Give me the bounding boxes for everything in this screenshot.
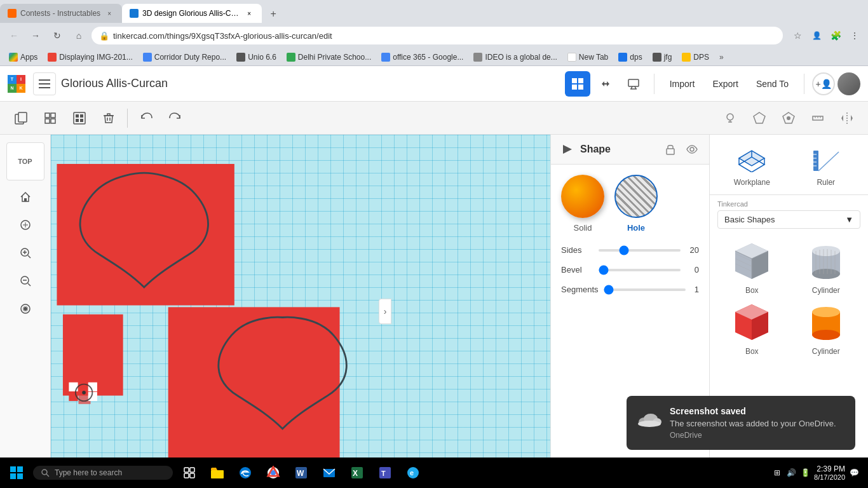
grid-view-button[interactable]: [565, 71, 590, 97]
view-tool-1[interactable]: [717, 105, 743, 132]
taskbar-edge[interactable]: [233, 460, 258, 485]
orange-cylinder-label: Cylinder: [812, 347, 840, 356]
hamburger-menu-button[interactable]: [33, 72, 56, 95]
redo-button[interactable]: [162, 105, 189, 132]
shape-item-red-box[interactable]: Box: [717, 300, 787, 356]
view-cube[interactable]: TOP: [6, 142, 44, 180]
taskbar-task-view[interactable]: [177, 460, 202, 485]
export-button[interactable]: Export: [705, 75, 745, 93]
add-user-button[interactable]: +👤: [812, 72, 835, 95]
sides-slider[interactable]: [599, 249, 681, 252]
box-label: Box: [745, 286, 759, 295]
tab-tinkercad[interactable]: 3D design Glorious Allis-Curcan ×: [122, 4, 262, 23]
address-input[interactable]: 🔒 tinkercad.com/things/9XgsqT3sfxA-glori…: [92, 27, 783, 44]
back-button[interactable]: ←: [5, 27, 23, 44]
taskbar-ie[interactable]: e: [400, 460, 426, 485]
svg-point-82: [812, 246, 840, 256]
bevel-slider[interactable]: [599, 269, 681, 271]
taskbar-word[interactable]: W: [288, 460, 314, 485]
undo-button[interactable]: [133, 105, 159, 132]
tab-close-tinkercad[interactable]: ×: [244, 8, 254, 18]
bookmark-apps[interactable]: Apps: [5, 51, 41, 63]
taskbar-chrome[interactable]: [261, 460, 286, 485]
sim-button[interactable]: [621, 71, 646, 97]
network-icon[interactable]: ⊞: [771, 466, 783, 479]
bookmark-jfg[interactable]: jfg: [649, 51, 676, 63]
volume-icon[interactable]: 🔊: [785, 466, 797, 479]
shape-item-orange-cylinder[interactable]: Cylinder: [792, 300, 861, 356]
tab-instructables[interactable]: Contests - Instructables ×: [0, 4, 122, 23]
delete-tool-button[interactable]: [95, 105, 122, 132]
code-icon: [599, 78, 612, 90]
start-button[interactable]: [3, 459, 31, 487]
bookmark-more[interactable]: »: [715, 51, 728, 63]
canvas-area[interactable]: Snap G... ›: [51, 135, 550, 488]
bookmark-dps-folder[interactable]: DPS: [678, 51, 713, 63]
bookmark-newtab[interactable]: New Tab: [564, 51, 612, 63]
forward-button[interactable]: →: [27, 27, 44, 44]
bookmark-unio-favicon: [236, 53, 245, 62]
notifications-icon[interactable]: 💬: [848, 466, 860, 479]
solid-shape-option[interactable]: Solid: [561, 175, 604, 233]
new-tab-button[interactable]: +: [264, 5, 282, 23]
redo-icon: [168, 111, 182, 125]
extension-icon[interactable]: 🧩: [827, 27, 844, 44]
taskbar-mail[interactable]: [316, 460, 342, 485]
bookmark-ideo[interactable]: IDEO is a global de...: [470, 51, 560, 63]
user-avatar[interactable]: [837, 72, 860, 95]
ruler-tool[interactable]: Ruler: [792, 142, 861, 187]
home-view-button[interactable]: [14, 186, 37, 208]
bookmark-unio[interactable]: Unio 6.6: [233, 51, 280, 63]
taskbar: Type here to search: [0, 458, 868, 488]
bookmark-corridor[interactable]: Corridor Duty Repo...: [139, 51, 230, 63]
taskbar-search[interactable]: Type here to search: [33, 466, 173, 480]
send-to-button[interactable]: Send To: [749, 75, 796, 93]
battery-icon[interactable]: 🔋: [799, 466, 811, 479]
shape-item-cylinder[interactable]: Cylinder: [792, 239, 861, 295]
import-button[interactable]: Import: [662, 75, 703, 93]
bookmark-gmail[interactable]: Displaying IMG-201...: [44, 51, 136, 63]
taskbar-file-explorer[interactable]: [205, 460, 230, 485]
refresh-button[interactable]: ↻: [48, 27, 66, 44]
bookmark-dps[interactable]: dps: [614, 51, 646, 63]
svg-rect-6: [578, 85, 583, 90]
view-tool-2[interactable]: [746, 105, 773, 132]
bevel-label: Bevel: [561, 265, 593, 274]
hole-shape-option[interactable]: Hole: [614, 175, 658, 233]
orbit-button[interactable]: [14, 297, 37, 320]
svg-text:X: X: [353, 469, 358, 478]
ruler-icon: [812, 146, 840, 172]
bookmark-delhi[interactable]: Delhi Private Schoo...: [283, 51, 375, 63]
shapes-dropdown[interactable]: Basic Shapes ▼: [717, 210, 860, 229]
home-button[interactable]: ⌂: [70, 27, 88, 44]
fit-view-button[interactable]: [14, 214, 37, 236]
code-view-button[interactable]: [593, 71, 618, 97]
workplane-tool[interactable]: Workplane: [717, 142, 787, 187]
shape-item-box[interactable]: Box: [717, 239, 787, 295]
bookmark-google365[interactable]: office 365 - Google...: [377, 51, 467, 63]
segments-slider[interactable]: [604, 288, 686, 291]
segments-property: Segments 1: [551, 280, 709, 299]
cylinder-shape-3d: [801, 239, 851, 283]
zoom-out-button[interactable]: [14, 269, 37, 292]
view-tool-4[interactable]: [804, 105, 831, 132]
profile-icon[interactable]: 👤: [808, 27, 825, 44]
taskbar-excel[interactable]: X: [344, 460, 370, 485]
notification-toast[interactable]: Screenshot saved The screenshot was adde…: [627, 396, 855, 450]
copy-tool-button[interactable]: [8, 105, 34, 132]
view-tool-5[interactable]: [834, 105, 860, 132]
stamp-tool-button[interactable]: [37, 105, 64, 132]
view-tool-3[interactable]: [775, 105, 802, 132]
svg-rect-7: [604, 83, 607, 85]
bookmark-star-icon[interactable]: ☆: [789, 27, 806, 44]
zoom-in-button[interactable]: [14, 241, 37, 264]
shape-lock-icon[interactable]: [662, 141, 679, 158]
settings-icon[interactable]: ⋮: [846, 27, 863, 44]
shape-visibility-icon[interactable]: [684, 141, 700, 158]
tab-close-instructables[interactable]: ×: [104, 8, 114, 18]
clock-area[interactable]: 2:39 PM 8/17/2020: [814, 464, 845, 481]
shape-panel-collapse[interactable]: [560, 142, 575, 157]
shape-panel-toggle[interactable]: ›: [379, 299, 391, 324]
taskbar-teams[interactable]: T: [372, 460, 398, 485]
group-tool-button[interactable]: [66, 105, 93, 132]
